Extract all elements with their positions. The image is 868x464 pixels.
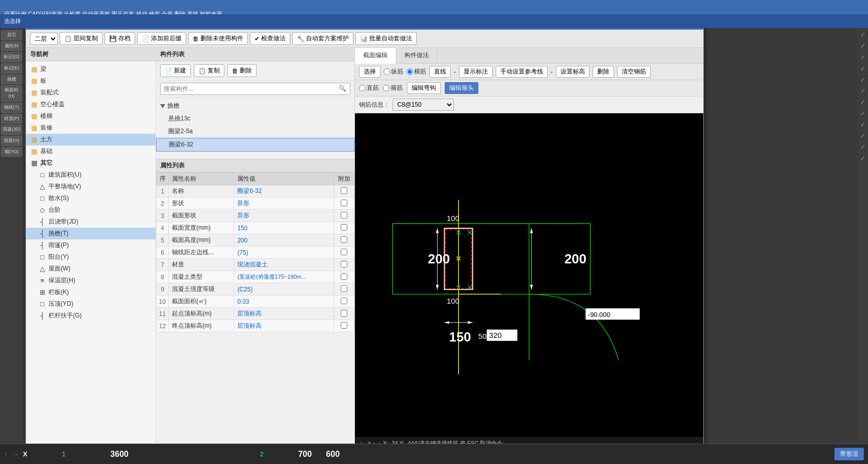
tab-component-method[interactable]: 构件做法	[396, 48, 438, 63]
set-elevation-button[interactable]: 设置标高	[556, 66, 590, 78]
left-strip-axis-t[interactable]: 轴线(T)	[1, 103, 22, 113]
floor-copy-button[interactable]: 📋 层间复制	[60, 32, 103, 45]
left-strip-concrete-jd[interactable]: 混凝(JD)	[1, 125, 22, 135]
dialog-toolbar: 二层 📋 层间复制 💾 存档 📄 添加前后缀 🗑 删除未使用构件 ✔ 检查做法 …	[26, 30, 703, 48]
left-strip-props[interactable]: 属性列	[1, 41, 22, 52]
nav-item-beam[interactable]: ▦ 梁	[26, 63, 156, 75]
nav-item-decoration[interactable]: ▦ 装配式	[26, 87, 156, 99]
set-ref-line-button[interactable]: 手动设置参考线	[496, 66, 548, 78]
nav-item-drain[interactable]: □ 散水(S)	[26, 192, 156, 204]
nav-panel-title: 导航树	[26, 48, 156, 61]
left-strip-mark-e[interactable]: 标记(E)	[1, 63, 22, 74]
nav-item-earthwork[interactable]: ▦ 土方	[26, 134, 156, 145]
nav-item-insulation[interactable]: ≡ 保温层(H)	[26, 275, 156, 286]
nav-item-level-ground[interactable]: △ 平整场地(V)	[26, 181, 156, 192]
prop-check-4[interactable]	[341, 224, 347, 231]
nav-item-pressure-plate[interactable]: □ 压顶(YD)	[26, 298, 156, 310]
nav-item-roof[interactable]: △ 屋面(W)	[26, 263, 156, 275]
check-method-button[interactable]: ✔ 检查做法	[250, 32, 290, 45]
radio-heng[interactable]	[406, 68, 413, 75]
radio-heng-label[interactable]: 横筋	[406, 67, 426, 76]
prop-value-10[interactable]: 0.03	[234, 296, 334, 308]
steel-info-select[interactable]: C8@150	[393, 99, 454, 111]
edit-hook-button[interactable]: 编辑弯钩	[407, 82, 441, 94]
left-strip-section-yd[interactable]: 截(YD)	[1, 147, 22, 157]
prop-value-4[interactable]: 150	[234, 222, 334, 234]
prop-value-1[interactable]: 圈梁6-32	[234, 185, 334, 198]
select-button[interactable]: 选择	[359, 66, 380, 78]
component-search-input[interactable]	[160, 83, 350, 95]
prop-check-11[interactable]	[341, 310, 347, 316]
new-component-button[interactable]: 📄 新建	[160, 64, 191, 77]
nav-item-back-strip[interactable]: ┤ 后浇带(JD)	[26, 216, 156, 228]
line-button[interactable]: 直线	[429, 66, 451, 78]
copy-component-button[interactable]: 📋 复制	[194, 64, 224, 77]
add-prefix-suffix-button[interactable]: 📄 添加前后缀	[137, 32, 186, 45]
radio-stirrup-label[interactable]: 箍筋	[383, 84, 403, 92]
prop-value-12[interactable]: 层顶标高	[234, 320, 334, 332]
nav-item-board[interactable]: ▦ 板	[26, 75, 156, 87]
axis-x-icon: →	[12, 450, 19, 458]
left-strip-area-h[interactable]: 截面积(H)	[1, 85, 22, 101]
edit-stirrup-head-button[interactable]: 编辑箍头	[445, 82, 478, 94]
radio-straight-label[interactable]: 直筋	[359, 84, 379, 92]
nav-item-steps[interactable]: ◇ 台阶	[26, 204, 156, 216]
prop-value-9[interactable]: (C25)	[234, 283, 334, 296]
nav-item-foundation[interactable]: ▦ 基础	[26, 145, 156, 157]
radio-zong[interactable]	[384, 68, 390, 75]
clear-rebar-button[interactable]: 清空钢筋	[617, 66, 651, 78]
show-annotation-button[interactable]: 显示标注	[459, 66, 493, 78]
batch-auto-button[interactable]: 📊 批量自动套做法	[355, 32, 417, 45]
prop-value-8[interactable]: (泵送砼(坍落度175~190m...	[234, 271, 334, 283]
prop-check-8[interactable]	[341, 273, 347, 280]
prop-check-5[interactable]	[341, 236, 347, 243]
prop-value-2[interactable]: 异形	[234, 198, 334, 210]
prop-check-2[interactable]	[341, 200, 347, 206]
floor-select[interactable]: 二层	[30, 33, 58, 45]
delete-rebar-button[interactable]: 删除	[593, 66, 614, 78]
auto-maintain-button[interactable]: 🔧 自动套方案维护	[292, 32, 353, 45]
prop-value-3[interactable]: 异形	[234, 210, 334, 222]
tab-section-edit[interactable]: 截面编辑	[355, 48, 396, 64]
nav-item-railing-handrail[interactable]: ┤ 栏杆扶手(G)	[26, 310, 156, 322]
nav-item-finish[interactable]: ▦ 装修	[26, 122, 156, 134]
nav-item-hollow-floor[interactable]: ▦ 空心楼盖	[26, 99, 156, 110]
belt-render-button[interactable]: 带形渲	[834, 448, 864, 460]
left-strip-material-p[interactable]: 材质(P)	[1, 114, 22, 124]
check-1: ✓	[860, 31, 865, 38]
radio-zong-label[interactable]: 纵筋	[384, 67, 403, 76]
left-strip-concrete-h[interactable]: 混凝(H)	[1, 136, 22, 146]
prop-check-1[interactable]	[341, 187, 347, 194]
check-3: ✓	[860, 54, 865, 61]
component-group-cantilever[interactable]: 挑檐	[156, 100, 354, 112]
radio-straight[interactable]	[359, 85, 366, 91]
prop-check-7[interactable]	[341, 261, 347, 267]
left-strip: 其它 属性列 标记(G) 标记(E) 挑檐 截面积(H) 轴线(T) 材质(P)…	[0, 28, 23, 464]
delete-component-button[interactable]: 🗑 删除	[227, 64, 257, 77]
prop-value-11[interactable]: 层顶标高	[234, 308, 334, 320]
nav-item-building-area[interactable]: □ 建筑面积(U)	[26, 169, 156, 181]
radio-stirrup[interactable]	[383, 85, 390, 91]
prop-value-7[interactable]: 现浇混凝土	[234, 259, 334, 271]
delete-unused-button[interactable]: 🗑 删除未使用构件	[188, 32, 248, 45]
left-strip-mark-g[interactable]: 标记(G)	[1, 52, 22, 62]
prop-check-10[interactable]	[341, 298, 347, 304]
left-strip-cantilever[interactable]: 挑檐	[1, 75, 22, 85]
nav-item-stair[interactable]: ▦ 楼梯	[26, 110, 156, 122]
prop-check-9[interactable]	[341, 285, 347, 292]
save-button[interactable]: 💾 存档	[105, 32, 135, 45]
prop-check-3[interactable]	[341, 212, 347, 218]
nav-item-cantilever[interactable]: ┤ 挑檐(T)	[26, 228, 156, 239]
prop-check-6[interactable]	[341, 249, 347, 255]
prop-value-6[interactable]: (75)	[234, 247, 334, 259]
nav-item-other-group[interactable]: ▦ 其它	[26, 157, 156, 169]
left-strip-other[interactable]: 其它	[1, 30, 22, 40]
prop-check-12[interactable]	[341, 322, 347, 329]
nav-item-rain-cover[interactable]: ┤ 雨篷(P)	[26, 239, 156, 251]
nav-item-railing[interactable]: ⊞ 栏板(K)	[26, 286, 156, 298]
nav-item-balcony[interactable]: □ 阳台(Y)	[26, 251, 156, 263]
component-item-ring-beam-6-32[interactable]: 圈梁6-32	[156, 138, 354, 152]
prop-value-5[interactable]: 200	[234, 234, 334, 247]
component-item-ring-beam-2-5a[interactable]: 圈梁2-5a	[156, 125, 354, 138]
component-item-cantilever-13c[interactable]: 悬挑13c	[156, 112, 354, 125]
